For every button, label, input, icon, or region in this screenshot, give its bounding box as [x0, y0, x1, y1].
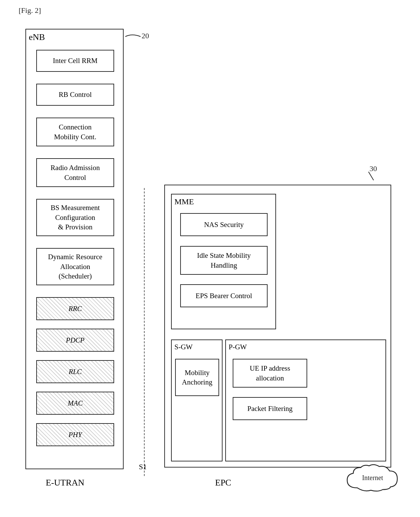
phy-box: PHY [36, 423, 114, 446]
svg-text:Internet: Internet [362, 474, 383, 481]
diagram: eNB Inter Cell RRM RB Control Connection… [19, 19, 401, 506]
s1-label: S1 [139, 462, 147, 471]
eps-bearer-control: EPS Bearer Control [180, 284, 268, 307]
dynamic-resource: Dynamic ResourceAllocation(Scheduler) [36, 248, 114, 285]
packet-filtering: Packet Filtering [233, 397, 307, 420]
internet-cloud: Internet [344, 462, 401, 496]
rlc-box: RLC [36, 360, 114, 383]
pgw-box: P-GW UE IP addressallocation Packet Filt… [225, 339, 386, 461]
sgw-label: S-GW [174, 343, 193, 351]
inter-cell-rrm: Inter Cell RRM [36, 50, 114, 72]
enb-box: eNB Inter Cell RRM RB Control Connection… [25, 29, 124, 469]
mme-box: MME NAS Security Idle State MobilityHand… [171, 194, 276, 329]
ue-ip-allocation: UE IP addressallocation [233, 359, 307, 388]
idle-state-mobility: Idle State MobilityHandling [180, 246, 268, 275]
rrc-box: RRC [36, 297, 114, 320]
fig-label: [Fig. 2] [19, 6, 41, 15]
mac-box: MAC [36, 392, 114, 415]
bs-measurement: BS MeasurementConfiguration& Provision [36, 199, 114, 236]
rb-control: RB Control [36, 84, 114, 106]
mobility-anchoring: MobilityAnchoring [175, 359, 219, 396]
connection-mobility: ConnectionMobility Cont. [36, 118, 114, 146]
svg-text:30: 30 [370, 164, 377, 173]
enb-label: eNB [29, 32, 45, 42]
eutran-label: E-UTRAN [46, 478, 84, 488]
pgw-label: P-GW [229, 343, 247, 351]
epc-box: 30 MME NAS Security Idle State MobilityH… [164, 185, 391, 468]
sgw-box: S-GW MobilityAnchoring [171, 339, 223, 461]
s1-dashed-line [144, 188, 145, 476]
pdcp-box: PDCP [36, 329, 114, 352]
epc-ref: 30 [363, 168, 384, 184]
radio-admission-control: Radio AdmissionControl [36, 158, 114, 187]
nas-security: NAS Security [180, 213, 268, 236]
enb-ref: 20 [125, 32, 149, 42]
epc-label: EPC [215, 478, 231, 488]
svg-text:20: 20 [142, 32, 149, 40]
mme-label: MME [174, 197, 194, 206]
